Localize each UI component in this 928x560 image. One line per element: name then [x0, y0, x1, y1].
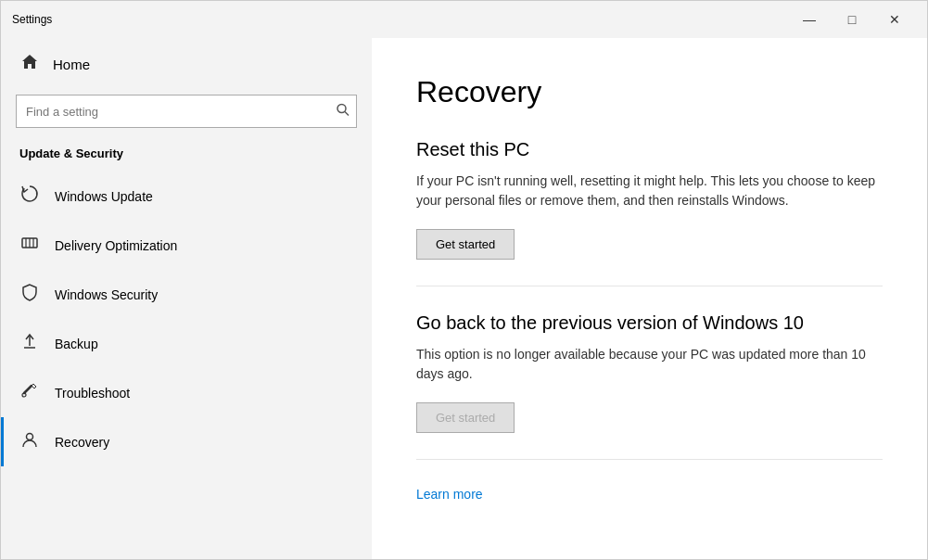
sidebar-item-windows-update[interactable]: Windows Update — [1, 172, 372, 221]
svg-point-0 — [337, 105, 346, 113]
sidebar-item-backup[interactable]: Backup — [1, 319, 372, 368]
page-title: Recovery — [416, 75, 883, 109]
learn-more-link[interactable]: Learn more — [416, 487, 483, 502]
settings-window: Settings — □ ✕ Home — [0, 0, 928, 560]
home-label: Home — [53, 57, 90, 72]
sidebar-item-troubleshoot-label: Troubleshoot — [55, 386, 130, 401]
window-title: Settings — [12, 13, 788, 26]
windows-security-icon — [19, 283, 40, 306]
sidebar-item-windows-update-label: Windows Update — [55, 189, 153, 204]
reset-pc-description: If your PC isn't running well, resetting… — [416, 172, 883, 210]
reset-pc-title: Reset this PC — [416, 139, 883, 160]
backup-icon — [19, 332, 40, 355]
sidebar-item-windows-security[interactable]: Windows Security — [1, 270, 372, 319]
svg-point-10 — [27, 434, 33, 440]
reset-pc-button[interactable]: Get started — [416, 229, 515, 260]
go-back-title: Go back to the previous version of Windo… — [416, 312, 883, 334]
svg-line-8 — [24, 386, 32, 393]
sidebar: Home Update & Security — [1, 38, 372, 559]
content-area: Home Update & Security — [1, 38, 927, 559]
windows-update-icon — [19, 185, 40, 208]
go-back-description: This option is no longer available becau… — [416, 345, 883, 384]
sidebar-item-troubleshoot[interactable]: Troubleshoot — [1, 368, 372, 417]
sidebar-item-home[interactable]: Home — [1, 38, 372, 91]
svg-line-1 — [345, 112, 349, 116]
sidebar-item-delivery-optimization[interactable]: Delivery Optimization — [1, 221, 372, 270]
sidebar-item-backup-label: Backup — [55, 337, 98, 351]
recovery-icon — [19, 430, 40, 453]
main-content: Recovery Reset this PC If your PC isn't … — [372, 38, 927, 559]
sidebar-item-recovery-label: Recovery — [55, 435, 109, 450]
sidebar-section-label: Update & Security — [1, 143, 372, 172]
sidebar-item-delivery-optimization-label: Delivery Optimization — [55, 238, 177, 253]
delivery-optimization-icon — [19, 234, 40, 257]
home-icon — [19, 53, 40, 76]
search-input[interactable] — [16, 95, 357, 128]
minimize-button[interactable]: — — [788, 5, 831, 34]
sidebar-item-windows-security-label: Windows Security — [55, 287, 158, 302]
section-divider-2 — [416, 459, 883, 460]
go-back-button: Get started — [416, 402, 515, 433]
search-button[interactable] — [335, 102, 351, 121]
search-box — [16, 95, 357, 128]
sidebar-item-recovery[interactable]: Recovery — [1, 417, 372, 466]
maximize-button[interactable]: □ — [831, 5, 873, 34]
window-controls: — □ ✕ — [788, 5, 916, 34]
titlebar: Settings — □ ✕ — [1, 1, 927, 38]
section-divider-1 — [416, 286, 883, 286]
close-button[interactable]: ✕ — [873, 5, 916, 34]
troubleshoot-icon — [19, 381, 40, 404]
